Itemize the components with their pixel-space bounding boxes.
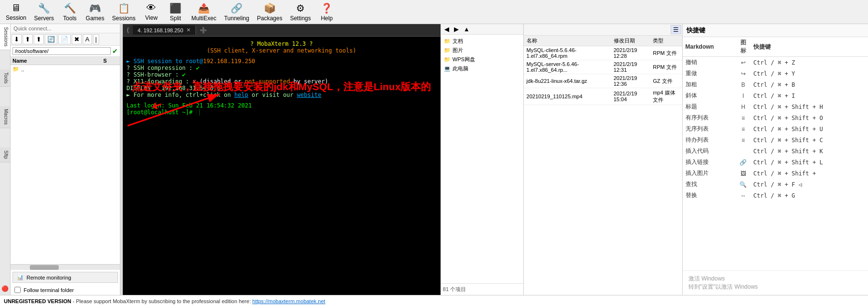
shortcut-keys: Ctrl / ⌘ + Shift + H [751, 101, 868, 112]
shortcut-row: 插入图片 🖼 Ctrl / ⌘ + Shift + [683, 168, 868, 179]
toolbar-btn-8[interactable]: | [93, 34, 99, 44]
tree-item-pc[interactable]: 💻 此电脑 [443, 64, 521, 73]
table-row[interactable]: MySQL-client-5.6.46-1.el7.x86_64.rpm 202… [524, 46, 682, 60]
shortcut-icon: ≡ [736, 134, 751, 146]
menu-packages[interactable]: 📦 Packages [253, 0, 286, 24]
toolbar-btn-7[interactable]: A [83, 34, 92, 44]
file-panel-toolbar: ⬇ ⬆ ⬆ 🔄 📄 ✖ A | [11, 33, 120, 46]
menu-help[interactable]: ❓ Help [315, 0, 339, 24]
menu-split[interactable]: ⬛ Split [163, 0, 187, 24]
follow-folder-label: Follow terminal folder [24, 287, 74, 293]
split-icon: ⬛ [169, 2, 181, 14]
menu-view-label: View [145, 14, 158, 21]
terminal-tabs: ⟨ 4. 192.168.198.250 ✕ ➕ [123, 24, 440, 37]
file-date: 2021/2/19 12:28 [611, 46, 650, 60]
menu-tools[interactable]: 🔨 Tools [58, 0, 82, 24]
shortcuts-title: 快捷键 [683, 24, 868, 37]
tree-item-pictures[interactable]: 📁 图片 [443, 46, 521, 55]
menu-multiexec[interactable]: 📤 MultiExec [187, 0, 220, 24]
files-list-view-btn[interactable]: ☰ [671, 25, 681, 34]
file-list: 📁 .. [11, 65, 120, 264]
toolbar-btn-1[interactable]: ⬇ [12, 34, 22, 44]
terminal-welcome-sub: (SSH client, X-server and networking too… [127, 47, 437, 54]
toolbar-btn-6[interactable]: ✖ [72, 34, 82, 44]
sidebar-item-macros[interactable]: Macros [0, 106, 10, 128]
file-right-back[interactable]: ◀ [443, 25, 451, 33]
remote-monitoring-label: Remote monitoring [26, 275, 71, 280]
sidebar-item-tools[interactable]: Tools [0, 69, 10, 87]
file-item-dotdot[interactable]: 📁 .. [11, 65, 120, 73]
terminal-tab-1[interactable]: 4. 192.168.198.250 ✕ [133, 26, 196, 35]
table-row[interactable]: jdk-8u221-linux-x64.tar.gz 2021/2/19 12:… [524, 74, 682, 88]
menu-sessions[interactable]: 📋 Sessions [108, 0, 140, 24]
toolbar-btn-5[interactable]: 📄 [58, 34, 71, 44]
file-type: mp4 媒体文件 [650, 88, 682, 105]
terminal-nav-back[interactable]: ⟨ [123, 25, 133, 35]
toolbar-btn-4[interactable]: 🔄 [45, 34, 57, 44]
sidebar-item-sessions[interactable]: Sessions [0, 24, 10, 50]
menu-tunneling[interactable]: 🔗 Tunneling [220, 0, 253, 24]
menu-bar: 🖥 Session 🔧 Servers 🔨 Tools 🎮 Games 📋 Se… [0, 0, 868, 24]
menu-games[interactable]: 🎮 Games [82, 0, 108, 24]
kb-col-markdown: Markdown [683, 37, 736, 57]
menu-split-label: Split [170, 15, 181, 22]
terminal-line-6: ► For more info, ctrl+click on help or v… [127, 92, 437, 98]
shortcut-icon: 🖼 [736, 168, 751, 179]
shortcut-icon: 🔍 [736, 179, 751, 190]
sidebar-bottom-icon: 🔴 [0, 282, 10, 295]
tree-item-pc-label: 此电脑 [453, 65, 468, 72]
path-input[interactable] [13, 47, 111, 55]
follow-folder-checkbox[interactable] [14, 287, 21, 293]
unregistered-bold: UNREGISTERED VERSION [4, 298, 71, 304]
menu-session[interactable]: 🖥 Session [2, 0, 30, 23]
remote-monitoring-button[interactable]: 📊 Remote monitoring [13, 272, 118, 283]
terminal-line-5: DISPLAY : 192.168.31.54:0.0 [127, 85, 437, 92]
file-right-up[interactable]: ▲ [462, 25, 471, 33]
sidebar-item-sftp[interactable]: Sftp [0, 147, 10, 162]
settings-icon: ⚙ [296, 2, 305, 14]
tree-item-pic-label: 图片 [453, 47, 463, 54]
menu-view[interactable]: 👁 View [139, 0, 163, 23]
path-bar: ✔ [11, 46, 120, 57]
shortcut-markdown: 无序列表 [683, 123, 736, 134]
file-type: RPM 文件 [650, 46, 682, 60]
toolbar-btn-2[interactable]: ⬆ [23, 34, 33, 44]
shortcut-keys: Ctrl / ⌘ + B [751, 79, 868, 90]
shortcut-keys: Ctrl / ⌘ + G [751, 190, 868, 201]
tree-item-wps[interactable]: 📁 WPS网盘 [443, 55, 521, 64]
tree-item-documents[interactable]: 📁 文档 [443, 37, 521, 46]
col-header-type: 类型 [650, 36, 682, 46]
quick-connect-bar[interactable]: Quick connect... [11, 24, 120, 33]
file-list-header: Name S [11, 57, 120, 65]
shortcut-row: 待办列表 ≡ Ctrl / ⌘ + Shift + C [683, 134, 868, 146]
file-date: 2021/2/19 12:36 [611, 74, 650, 88]
file-date: 2021/2/19 15:04 [611, 88, 650, 105]
shortcut-keys: Ctrl / ⌘ + F ◁ [751, 179, 868, 190]
scroll-thumb[interactable] [30, 265, 59, 270]
path-ok-icon[interactable]: ✔ [112, 47, 118, 55]
terminal-add-tab[interactable]: ➕ [196, 26, 211, 35]
shortcut-icon: ≡ [736, 123, 751, 134]
toolbar-btn-3[interactable]: ⬆ [34, 34, 44, 44]
menu-settings[interactable]: ⚙ Settings [286, 0, 314, 24]
shortcut-icon: 🔗 [736, 157, 751, 168]
file-right-fwd[interactable]: ▶ [453, 25, 460, 33]
table-row[interactable]: MySQL-server-5.6.46-1.el7.x86_64.rp... 2… [524, 60, 682, 74]
file-name: 20210219_110125.mp4 [524, 88, 611, 105]
files-table-area: ☰ 名称 修改日期 类型 MySQL-client-5.6.46-1.el7.x… [523, 24, 682, 295]
terminal-body[interactable]: ? MobaXterm 12.3 ? (SSH client, X-server… [123, 37, 440, 295]
table-row[interactable]: 20210219_110125.mp4 2021/2/19 15:04 mp4 … [524, 88, 682, 105]
tunneling-icon: 🔗 [231, 2, 243, 14]
sessions-icon: 📋 [118, 2, 130, 14]
unregistered-label: UNREGISTERED VERSION - Please support Mo… [4, 298, 325, 304]
terminal-line-2: ? SSH compression : ✔ [127, 65, 437, 71]
shortcut-markdown: 有序列表 [683, 112, 736, 123]
mobatek-link[interactable]: https://mobaxterm.mobatek.net [252, 298, 325, 304]
shortcut-icon: I [736, 90, 751, 101]
menu-games-label: Games [86, 15, 104, 22]
tree-item-wps-label: WPS网盘 [453, 56, 475, 63]
horizontal-scrollbar[interactable] [11, 264, 120, 270]
tools-icon: 🔨 [64, 2, 76, 14]
tab-close-icon[interactable]: ✕ [186, 27, 191, 33]
menu-servers[interactable]: 🔧 Servers [30, 0, 58, 24]
